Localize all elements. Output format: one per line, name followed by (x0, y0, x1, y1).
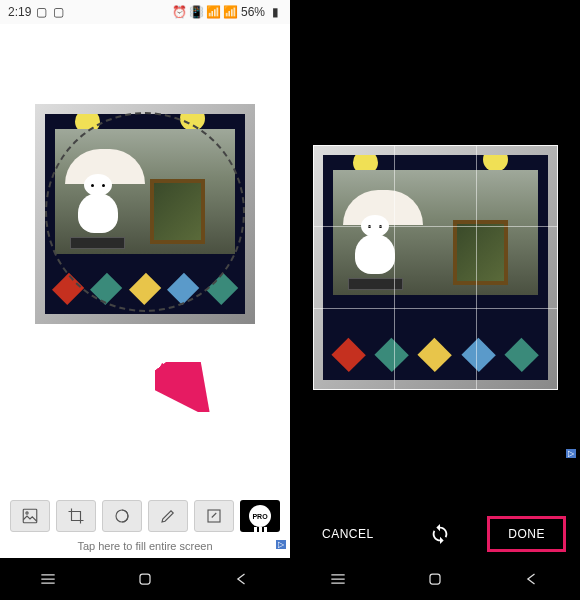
status-time: 2:19 (8, 5, 31, 19)
ad-indicator[interactable]: ▷ (566, 449, 576, 458)
vibrate-icon: 📳 (190, 5, 204, 19)
status-bar: 2:19 ▢ ▢ ⏰ 📳 📶 📶 56% ▮ (0, 0, 290, 24)
image-frame (35, 104, 255, 324)
ad-indicator[interactable]: ▷ (276, 540, 286, 549)
photo-area (55, 129, 235, 254)
crop-frame[interactable] (313, 145, 558, 390)
annotation-arrow (155, 362, 215, 412)
screenshot-pair: 2:19 ▢ ▢ ⏰ 📳 📶 📶 56% ▮ (0, 0, 580, 600)
hint-bar[interactable]: Tap here to fill entire screen ▷ (0, 538, 290, 558)
name-plaque (70, 237, 125, 249)
status-bar-spacer (290, 0, 580, 24)
pro-button[interactable]: PRO (240, 500, 280, 532)
recents-button[interactable] (313, 564, 363, 594)
gallery-icon: ▢ (34, 5, 48, 19)
nav-bar (0, 558, 290, 600)
phone-left: 2:19 ▢ ▢ ⏰ 📳 📶 📶 56% ▮ (0, 0, 290, 600)
crop-image (313, 145, 558, 390)
edit-button[interactable] (194, 500, 234, 532)
gallery-icon-2: ▢ (51, 5, 65, 19)
draw-button[interactable] (148, 500, 188, 532)
battery-percent: 56% (241, 5, 265, 19)
alarm-icon: ⏰ (173, 5, 187, 19)
battery-icon: ▮ (268, 5, 282, 19)
action-bar: CANCEL DONE (290, 510, 580, 558)
nav-bar (290, 558, 580, 600)
rotate-button[interactable] (429, 523, 451, 545)
effects-button[interactable] (102, 500, 142, 532)
svg-rect-6 (430, 574, 440, 584)
signal-icon: 📶 (224, 5, 238, 19)
gallery-button[interactable] (10, 500, 50, 532)
done-button[interactable]: DONE (487, 516, 566, 552)
crop-canvas[interactable]: ▷ (290, 24, 580, 510)
svg-rect-1 (23, 509, 37, 523)
crop-button[interactable] (56, 500, 96, 532)
hint-text: Tap here to fill entire screen (77, 540, 212, 552)
home-button[interactable] (120, 564, 170, 594)
back-button[interactable] (217, 564, 267, 594)
diamond-decor (45, 264, 245, 314)
cancel-button[interactable]: CANCEL (304, 519, 392, 549)
editor-canvas[interactable] (0, 24, 290, 494)
picture-frame (150, 179, 205, 244)
phone-right: ▷ CANCEL DONE (290, 0, 580, 600)
pro-badge-icon: PRO (249, 505, 271, 527)
toolbar: PRO (0, 494, 290, 538)
svg-point-2 (26, 512, 28, 514)
back-button[interactable] (507, 564, 557, 594)
home-button[interactable] (410, 564, 460, 594)
svg-rect-5 (140, 574, 150, 584)
image-content (45, 114, 245, 314)
baymax-figure (75, 174, 120, 239)
wifi-icon: 📶 (207, 5, 221, 19)
recents-button[interactable] (23, 564, 73, 594)
